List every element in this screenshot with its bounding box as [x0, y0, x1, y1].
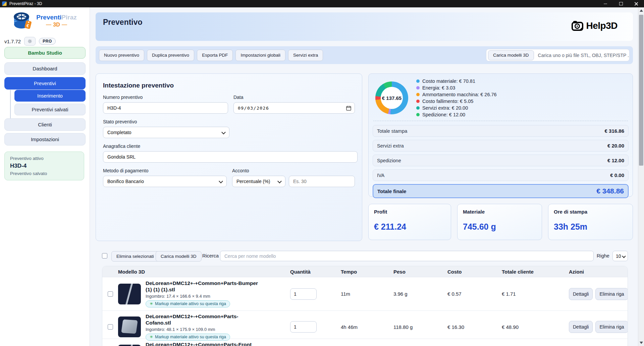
active-quote-status: Preventivo salvato: [10, 171, 78, 176]
deposit-amount-input[interactable]: [289, 176, 355, 187]
sidebar-item-preventivi[interactable]: Preventivi: [4, 77, 86, 90]
date-value: 09/03/2026: [238, 106, 269, 111]
bambu-studio-button[interactable]: Bambu Studio: [4, 47, 86, 59]
model-name: DeLorean+DMC12+-+Common+Parts-Front 2.st…: [146, 342, 261, 346]
scroll-up-icon[interactable]: [640, 9, 643, 12]
minimize-icon: [604, 4, 607, 4]
shipping-row: Spedizione€ 12.00: [373, 155, 629, 166]
rows-per-page-select[interactable]: 10: [612, 251, 628, 261]
sidebar-item-clienti[interactable]: Clienti: [4, 118, 86, 131]
row-checkbox[interactable]: [108, 324, 113, 330]
total-value: € 12.00: [607, 158, 624, 163]
chevron-down-icon: [219, 179, 223, 183]
sidebar-item-dashboard[interactable]: Dashboard: [4, 62, 86, 75]
total-value: € 0.00: [610, 172, 624, 178]
scrollbar-thumb[interactable]: [639, 15, 643, 166]
cost-legend: Costo materiale: € 70.81 Energia: € 3.03…: [416, 78, 497, 117]
settings-gear-button[interactable]: [24, 37, 36, 46]
calendar-icon: [346, 106, 351, 111]
version-label: v1.7.72: [4, 39, 21, 44]
model-thumbnail: [118, 345, 141, 346]
select-all-checkbox[interactable]: [102, 253, 107, 258]
scroll-down-icon[interactable]: [640, 342, 643, 344]
payment-method-select[interactable]: Bonifico Bancario: [103, 176, 227, 187]
payment-method-label: Metodo di pagamento: [103, 168, 227, 173]
upload-models-table-button[interactable]: Carica modelli 3D: [156, 251, 202, 262]
extra-services-button[interactable]: Servizi extra: [288, 50, 323, 61]
logo-text: PreventiPiraz 3D: [36, 14, 76, 28]
customer-input[interactable]: [103, 151, 358, 163]
date-input[interactable]: 09/03/2026: [233, 102, 355, 114]
active-quote-panel: Preventivo attivo H3D-4 Preventivo salva…: [4, 152, 84, 180]
sidebar-item-inserimento[interactable]: Inserimento: [14, 90, 86, 102]
window-title: PreventiPiraz - 3D: [9, 1, 42, 6]
global-settings-button[interactable]: Impostazioni globali: [235, 50, 285, 61]
legend-label: Spedizione: € 12.00: [422, 112, 465, 117]
deposit-type-select[interactable]: Percentuale (%): [232, 176, 285, 187]
subnav-line: [10, 90, 11, 122]
search-input[interactable]: [220, 251, 594, 261]
legend-dot: [416, 93, 420, 96]
minimize-button[interactable]: [598, 0, 613, 7]
total-label: Spedizione: [377, 158, 401, 163]
legend-item: Ammortamento macchina: € 26.76: [416, 92, 497, 97]
duplicate-quote-button[interactable]: Duplica preventivo: [147, 50, 194, 61]
stat-label: Ore di stampa: [554, 209, 627, 215]
logo-part-3d: 3D: [53, 22, 60, 28]
sidebar-item-impostazioni[interactable]: Impostazioni: [4, 133, 86, 146]
delete-row-button[interactable]: Elimina riga: [595, 288, 628, 300]
camera-icon: [572, 20, 584, 31]
cell-costo: € 0.57: [447, 291, 502, 297]
delete-row-button[interactable]: Elimina riga: [595, 321, 628, 333]
close-button[interactable]: [629, 0, 644, 7]
logo-dash-left: [46, 24, 51, 25]
model-dimensions: Ingombro: 17.4 × 166.6 × 9.4 mm: [146, 294, 261, 299]
upload-placeholder-text: Carica uno o più file STL, OBJ, STEP/STP…: [534, 53, 629, 58]
legend-dot: [416, 86, 420, 90]
app-icon: [2, 1, 7, 6]
col-totale-cliente: Totale cliente: [502, 269, 569, 275]
details-button[interactable]: Dettagli: [569, 321, 593, 333]
cell-totale: € 1.71: [502, 291, 569, 297]
brand-text: Help3D: [586, 20, 618, 31]
vertical-scrollbar[interactable]: [638, 7, 644, 346]
profit-card: Profit € 211.24: [368, 204, 451, 240]
markup-badge: ✳Markup materiale attivo su questa riga: [146, 300, 230, 307]
delete-selected-button[interactable]: Elimina selezionati: [111, 251, 159, 262]
payment-method-value: Bonifico Bancario: [107, 179, 144, 184]
page-header: Preventivo Help3D: [96, 12, 633, 41]
asterisk-icon: ✳: [150, 301, 153, 306]
upload-models-button[interactable]: Carica modelli 3D: [488, 50, 534, 60]
model-thumbnail: [118, 284, 141, 304]
deposit-label: Acconto: [232, 168, 355, 173]
total-label: Servizi extra: [377, 143, 404, 149]
status-select[interactable]: Completato: [103, 127, 229, 138]
status-value: Completato: [107, 130, 131, 135]
quantity-input[interactable]: [290, 321, 317, 333]
active-quote-number: H3D-4: [10, 163, 78, 169]
search-label: Ricerca: [202, 253, 219, 258]
maximize-button[interactable]: [613, 0, 629, 7]
rows-per-page-value: 10: [616, 253, 621, 259]
logo-part-preventi: Preventi: [36, 14, 61, 21]
table-row: DeLorean+DMC12+-+Common+Parts-Front 2.st…: [102, 339, 628, 346]
stat-label: Profit: [374, 209, 445, 215]
extra-services-row: Servizi extra€ 20.00: [373, 140, 629, 152]
legend-label: Costo fallimento: € 5.05: [422, 99, 473, 104]
chevron-down-icon: [221, 130, 226, 134]
details-button[interactable]: Dettagli: [569, 288, 593, 300]
sidebar: € PreventiPiraz 3D v1.7.72: [0, 7, 90, 346]
cell-tempo: 11m: [341, 291, 393, 297]
upload-models-file-input[interactable]: Carica modelli 3D Carica uno o più file …: [486, 49, 630, 61]
quantity-input[interactable]: [290, 288, 317, 300]
pro-badge: PRO: [39, 38, 56, 45]
export-pdf-button[interactable]: Esporta PDF: [197, 50, 233, 61]
quote-number-input[interactable]: [103, 102, 228, 114]
model-thumbnail: [118, 316, 141, 337]
logo-dash-right: [62, 24, 67, 25]
legend-label: Ammortamento macchina: € 26.76: [422, 92, 497, 97]
new-quote-button[interactable]: Nuovo preventivo: [99, 50, 144, 61]
table-header: Modello 3D Quantità Tempo Peso Costo Tot…: [102, 266, 628, 277]
row-checkbox[interactable]: [108, 291, 113, 297]
sidebar-item-preventivi-salvati[interactable]: Preventivi salvati: [14, 104, 86, 115]
